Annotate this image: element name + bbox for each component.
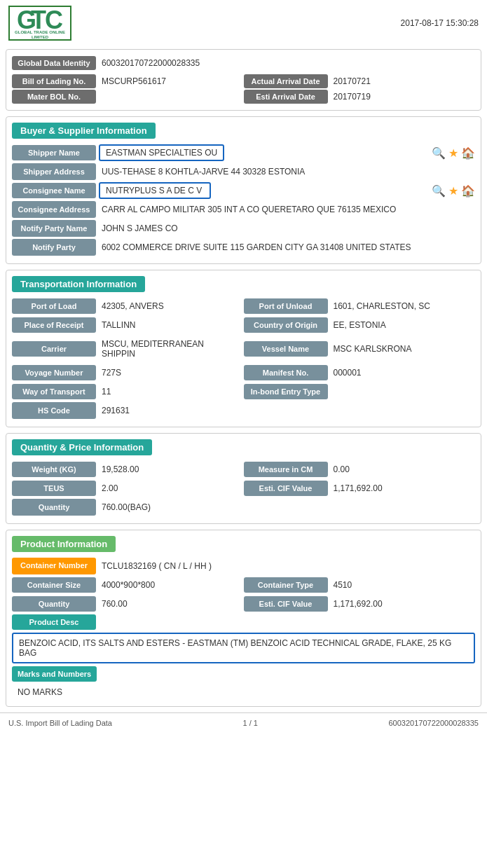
bol-field: Bill of Lading No. MSCURP561617 [12, 74, 244, 89]
transport-label: Way of Transport [12, 384, 96, 399]
buyer-supplier-title: Buyer & Supplier Information [12, 123, 156, 139]
consignee-name-value: NUTRYPLUS S A DE C V [99, 182, 211, 199]
identity-card: Global Data Identity 6003201707220000283… [6, 49, 481, 111]
shipper-address-value: UUS-TEHASE 8 KOHTLA-JARVE 44 30328 ESTON… [96, 163, 475, 180]
quantity-price-section: Quantity & Price Information Weight (KG)… [6, 433, 481, 524]
bol-label: Bill of Lading No. [12, 74, 96, 88]
master-bol-value [96, 94, 107, 99]
notify-party-row: Notify Party 6002 COMMERCE DRIVE SUITE 1… [12, 239, 475, 256]
container-size-value: 4000*900*800 [96, 577, 244, 593]
esti-cif-value: 1,171,692.00 [328, 480, 476, 497]
transportation-title: Transportation Information [12, 276, 145, 292]
transport-inbond-row: Way of Transport 11 In-bond Entry Type [12, 383, 475, 400]
global-data-value: 600320170722000028335 [96, 55, 205, 71]
teus-cif-row: TEUS 2.00 Esti. CIF Value 1,171,692.00 [12, 480, 475, 497]
home-icon[interactable]: 🏠 [461, 146, 475, 160]
star-icon[interactable]: ★ [448, 146, 458, 160]
product-desc-value: BENZOIC ACID, ITS SALTS AND ESTERS - EAS… [12, 633, 475, 663]
master-bol-row: Mater BOL No. Esti Arrival Date 20170719 [12, 89, 475, 104]
carrier-value: MSCU, MEDITERRANEAN SHIPPIN [96, 336, 244, 362]
consignee-name-row: Consignee Name NUTRYPLUS S A DE C V 🔍 ★ … [12, 182, 475, 199]
global-data-row: Global Data Identity 6003201707220000283… [12, 55, 475, 71]
teus-label: TEUS [12, 481, 96, 496]
timestamp: 2017-08-17 15:30:28 [401, 18, 479, 28]
container-size-type-row: Container Size 4000*900*800 Container Ty… [12, 577, 475, 593]
product-section: Product Information Container Number TCL… [6, 530, 481, 707]
hs-code-row: HS Code 291631 [12, 402, 475, 419]
container-size-col: Container Size 4000*900*800 [12, 577, 244, 593]
search-icon-consignee[interactable]: 🔍 [432, 184, 446, 198]
star-icon-consignee[interactable]: ★ [448, 184, 458, 198]
voyage-label: Voyage Number [12, 365, 96, 380]
voyage-value: 727S [96, 364, 244, 381]
consignee-name-label: Consignee Name [12, 183, 96, 198]
measure-col: Measure in CM 0.00 [244, 461, 476, 478]
vessel-col: Vessel Name MSC KARLSKRONA [244, 336, 476, 362]
product-title: Product Information [12, 536, 116, 552]
container-type-col: Container Type 4510 [244, 577, 476, 593]
container-type-value: 4510 [328, 577, 476, 593]
actual-arrival-field: Actual Arrival Date 20170721 [244, 74, 476, 89]
teus-value: 2.00 [96, 480, 244, 497]
shipper-name-value: EASTMAN SPECIALTIES OU [99, 144, 224, 161]
port-load-label: Port of Load [12, 298, 96, 314]
notify-party-name-row: Notify Party Name JOHN S JAMES CO [12, 220, 475, 237]
port-load-value: 42305, ANVERS [96, 298, 244, 315]
bol-value: MSCURP561617 [96, 74, 172, 89]
place-receipt-label: Place of Receipt [12, 317, 96, 333]
place-receipt-value: TALLINN [96, 317, 244, 333]
esti-arrival-value: 20170719 [328, 89, 376, 104]
port-unload-label: Port of Unload [244, 298, 328, 314]
notify-party-name-label: Notify Party Name [12, 220, 96, 237]
bol-row: Bill of Lading No. MSCURP561617 Actual A… [12, 74, 475, 89]
notify-party-label: Notify Party [12, 239, 96, 256]
measure-value: 0.00 [328, 461, 476, 478]
product-cif-label: Esti. CIF Value [244, 596, 328, 612]
quantity-label: Quantity [12, 499, 96, 516]
home-icon-consignee[interactable]: 🏠 [461, 184, 475, 198]
footer-center: 1 / 1 [243, 719, 258, 727]
master-bol-field: Mater BOL No. [12, 89, 244, 104]
logo-subtitle: GLOBAL TRADE ONLINE LIMITED [10, 30, 70, 40]
shipper-address-row: Shipper Address UUS-TEHASE 8 KOHTLA-JARV… [12, 163, 475, 180]
transport-value: 11 [96, 383, 244, 400]
product-cif-col: Esti. CIF Value 1,171,692.00 [244, 595, 476, 612]
manifest-label: Manifest No. [244, 365, 328, 380]
country-origin-col: Country of Origin EE, ESTONIA [244, 317, 476, 333]
notify-party-value: 6002 COMMERCE DRIVE SUITE 115 GARDEN CIT… [96, 239, 475, 256]
esti-arrival-field: Esti Arrival Date 20170719 [244, 89, 476, 104]
shipper-address-label: Shipper Address [12, 163, 96, 180]
weight-value: 19,528.00 [96, 461, 244, 478]
esti-cif-col: Esti. CIF Value 1,171,692.00 [244, 480, 476, 497]
search-icon[interactable]: 🔍 [432, 146, 446, 160]
logo-area: G T C GLOBAL TRADE ONLINE LIMITED [8, 6, 71, 41]
country-origin-value: EE, ESTONIA [328, 317, 476, 333]
measure-label: Measure in CM [244, 462, 328, 477]
shipper-name-label: Shipper Name [12, 145, 96, 160]
logo: G T C GLOBAL TRADE ONLINE LIMITED [8, 6, 71, 41]
marks-label-row: Marks and Numbers [12, 666, 475, 682]
hs-code-label: HS Code [12, 402, 96, 419]
hs-code-value: 291631 [96, 402, 475, 419]
weight-label: Weight (KG) [12, 462, 96, 477]
consignee-address-value: CARR AL CAMPO MILITAR 305 INT A CO QUERE… [96, 201, 475, 218]
esti-cif-label: Esti. CIF Value [244, 481, 328, 496]
product-qty-col: Quantity 760.00 [12, 595, 244, 612]
marks-label: Marks and Numbers [12, 666, 97, 682]
vessel-value: MSC KARLSKRONA [328, 340, 476, 357]
inbond-value [328, 388, 476, 395]
quantity-row: Quantity 760.00(BAG) [12, 499, 475, 516]
container-number-value: TCLU1832169 ( CN / L / HH ) [96, 558, 475, 574]
manifest-value: 000001 [328, 364, 476, 381]
esti-arrival-label: Esti Arrival Date [244, 90, 328, 104]
footer-right: 600320170722000028335 [389, 719, 479, 727]
global-data-label: Global Data Identity [12, 56, 96, 70]
port-unload-value: 1601, CHARLESTON, SC [328, 298, 476, 315]
voyage-col: Voyage Number 727S [12, 364, 244, 381]
product-qty-cif-row: Quantity 760.00 Esti. CIF Value 1,171,69… [12, 595, 475, 612]
consignee-icons: 🔍 ★ 🏠 [432, 184, 475, 198]
footer: U.S. Import Bill of Lading Data 1 / 1 60… [0, 712, 487, 733]
carrier-vessel-row: Carrier MSCU, MEDITERRANEAN SHIPPIN Vess… [12, 336, 475, 362]
actual-arrival-value: 20170721 [328, 74, 376, 89]
consignee-address-label: Consignee Address [12, 201, 96, 218]
